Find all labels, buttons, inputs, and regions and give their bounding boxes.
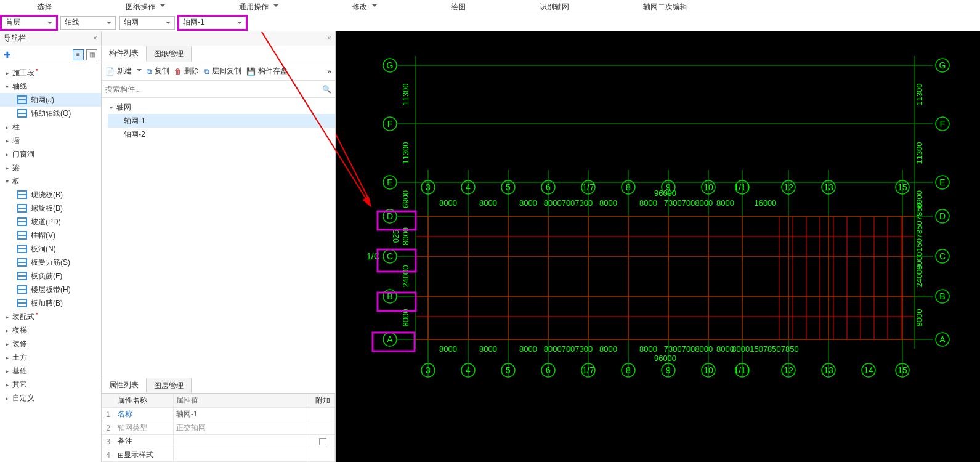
tree-node[interactable]: ▾轴线: [0, 79, 101, 93]
tree-node[interactable]: ▸装修: [0, 337, 101, 351]
tree-child[interactable]: 板负筋(F): [0, 269, 101, 283]
list-view-icon[interactable]: ≡: [73, 49, 84, 60]
menu-recognize-grid[interactable]: 识别轴网: [503, 2, 606, 12]
svg-text:C: C: [939, 251, 946, 261]
tree-node[interactable]: ▸门窗洞: [0, 147, 101, 161]
prop-row[interactable]: 1名称轴网-1: [102, 408, 335, 421]
close-icon[interactable]: ×: [93, 34, 97, 43]
grid-dropdown[interactable]: 轴网: [119, 16, 175, 30]
tree-node[interactable]: ▸装配式: [0, 310, 101, 323]
prop-row[interactable]: 2轴网类型正交轴网: [102, 421, 335, 435]
layer-copy-button[interactable]: ⧉层间复制: [204, 66, 241, 76]
svg-text:F: F: [940, 119, 946, 129]
add-icon[interactable]: ✚: [4, 50, 11, 60]
svg-text:9: 9: [666, 365, 671, 375]
svg-text:15: 15: [897, 365, 907, 375]
tree-child[interactable]: 柱帽(V): [0, 229, 101, 242]
tree-node[interactable]: ▸柱: [0, 120, 101, 134]
property-table: 属性名称 属性值 附加 1名称轴网-12轴网类型正交轴网3备注4⊞ 显示样式: [102, 394, 335, 462]
menu-modify[interactable]: 修改: [315, 2, 414, 12]
copy-button[interactable]: ⧉复制: [147, 66, 169, 76]
svg-text:11300: 11300: [915, 83, 924, 105]
svg-text:6: 6: [546, 365, 551, 375]
tab-component-list[interactable]: 构件列表: [102, 46, 147, 62]
detail-view-icon[interactable]: ▥: [86, 49, 97, 60]
svg-text:B: B: [939, 291, 945, 301]
mid-panel: × 构件列表 图纸管理 📄新建 ⧉复制 🗑删除 ⧉层间复制 💾构件存盘 » 🔍 …: [102, 31, 336, 462]
search-input[interactable]: [105, 85, 322, 94]
comp-tree-item[interactable]: 轴网-1: [108, 114, 335, 128]
svg-text:10: 10: [703, 365, 713, 375]
svg-text:5: 5: [506, 365, 511, 375]
svg-text:D: D: [939, 211, 946, 221]
svg-text:8000: 8000: [915, 309, 924, 327]
comp-tree-item[interactable]: 轴网-2: [108, 128, 335, 141]
tree-node[interactable]: ▸楼梯: [0, 323, 101, 337]
tree-child[interactable]: 板洞(N): [0, 242, 101, 256]
tree-node[interactable]: ▸基础: [0, 364, 101, 378]
svg-text:8000: 8000: [716, 198, 734, 208]
svg-text:8: 8: [626, 365, 631, 375]
search-icon[interactable]: 🔍: [322, 85, 331, 94]
close-icon[interactable]: ×: [327, 34, 331, 43]
prop-row[interactable]: 3备注: [102, 435, 335, 448]
tree-node[interactable]: ▸土方: [0, 351, 101, 364]
new-button[interactable]: 📄新建: [105, 66, 142, 76]
drawing-canvas[interactable]: GFEDBA1/CCGFEDCBA34561/789101/1112131534…: [336, 31, 980, 462]
menu-drawing-ops[interactable]: 图纸操作: [89, 2, 202, 12]
menu-draw[interactable]: 绘图: [414, 2, 503, 12]
tree-node[interactable]: ▸施工段: [0, 66, 101, 79]
svg-text:13: 13: [824, 182, 833, 192]
tree-child[interactable]: 板受力筋(S): [0, 256, 101, 269]
svg-text:8000: 8000: [519, 198, 537, 208]
tree-child[interactable]: 轴网(J): [0, 93, 101, 107]
prop-row[interactable]: 4⊞ 显示样式: [102, 448, 335, 462]
save-button[interactable]: 💾构件存盘: [246, 66, 288, 76]
svg-text:73007008000: 73007008000: [664, 344, 713, 354]
grid-item-dropdown[interactable]: 轴网-1: [179, 16, 246, 30]
svg-text:C: C: [387, 251, 393, 261]
svg-text:8000: 8000: [639, 344, 657, 354]
svg-text:11300: 11300: [401, 142, 410, 164]
more-icon[interactable]: »: [327, 67, 331, 76]
tree-node[interactable]: ▸其它: [0, 378, 101, 391]
menu-select[interactable]: 选择: [0, 2, 89, 12]
svg-text:24000: 24000: [915, 265, 924, 287]
floor-dropdown[interactable]: 首层: [1, 16, 57, 30]
search-box: 🔍: [102, 81, 335, 98]
svg-text:96000: 96000: [654, 188, 676, 198]
menu-grid-edit[interactable]: 轴网二次编辑: [606, 2, 724, 12]
svg-text:1/7: 1/7: [582, 182, 594, 192]
comp-tree-root[interactable]: ▾轴网: [108, 100, 335, 114]
tab-properties[interactable]: 属性列表: [102, 378, 147, 393]
tree-child[interactable]: 辅助轴线(O): [0, 107, 101, 120]
tab-drawing-manage[interactable]: 图纸管理: [147, 46, 192, 62]
svg-text:8000: 8000: [401, 309, 410, 327]
tree-child[interactable]: 楼层板带(H): [0, 283, 101, 296]
tree-node[interactable]: ▸墙: [0, 134, 101, 147]
tree-node[interactable]: ▸梁: [0, 161, 101, 174]
svg-text:5: 5: [506, 182, 511, 192]
menu-general-ops[interactable]: 通用操作: [202, 2, 315, 12]
svg-text:10: 10: [703, 182, 713, 192]
nav-header: 导航栏 ×: [0, 31, 101, 46]
tree-node[interactable]: ▾板: [0, 174, 101, 188]
tree-child[interactable]: 现浇板(B): [0, 188, 101, 201]
svg-text:4: 4: [466, 182, 471, 192]
tree-child[interactable]: 螺旋板(B): [0, 201, 101, 215]
svg-text:1/11: 1/11: [734, 182, 750, 192]
tree-node[interactable]: ▸自定义: [0, 391, 101, 405]
svg-text:8000: 8000: [439, 344, 457, 354]
tree-child[interactable]: 坡道(PD): [0, 215, 101, 229]
svg-text:G: G: [387, 60, 394, 70]
nav-title: 导航栏: [4, 33, 26, 44]
svg-text:3: 3: [426, 182, 431, 192]
svg-text:A: A: [387, 334, 393, 344]
navigator-panel: 导航栏 × ✚ ≡ ▥ ▸施工段▾轴线轴网(J)辅助轴线(O)▸柱▸墙▸门窗洞▸…: [0, 31, 102, 462]
tab-layers[interactable]: 图层管理: [147, 378, 192, 393]
axis-dropdown[interactable]: 轴线: [60, 16, 116, 30]
svg-text:G: G: [939, 60, 946, 70]
delete-button[interactable]: 🗑删除: [174, 66, 199, 76]
tree-child[interactable]: 板加腋(B): [0, 296, 101, 310]
svg-text:8000: 8000: [519, 344, 537, 354]
